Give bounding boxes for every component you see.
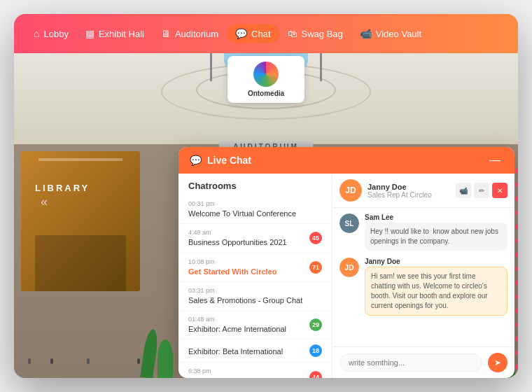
message-bubble: Hey !! would like to know about new jobs… bbox=[365, 223, 507, 251]
decorative-dot bbox=[515, 266, 518, 272]
decorative-dot bbox=[515, 364, 518, 370]
decorative-dot bbox=[515, 238, 518, 244]
decorative-dot bbox=[515, 308, 518, 314]
message-avatar: JD bbox=[340, 258, 359, 277]
decorative-dot bbox=[515, 350, 518, 356]
send-button[interactable]: ➤ bbox=[488, 353, 507, 372]
company-sign: Ontomedia bbox=[227, 56, 304, 103]
nav-item-chat[interactable]: 💬 Chat bbox=[227, 24, 279, 43]
nav-label-exhibit: Exhibit Hall bbox=[99, 29, 144, 39]
decorative-dot bbox=[515, 280, 518, 286]
decorative-dot bbox=[515, 252, 518, 258]
chat-header-icon: 💬 bbox=[190, 155, 202, 166]
nav-item-auditorium[interactable]: 🖥 Auditorium bbox=[153, 24, 227, 43]
chat-body: Chatrooms 00:31 pm Welcome To Virtual Co… bbox=[178, 174, 514, 378]
company-name: Ontomedia bbox=[239, 90, 293, 97]
home-icon: ⌂ bbox=[34, 28, 39, 39]
decorative-dot bbox=[515, 168, 518, 174]
unread-badge: 44 bbox=[309, 371, 322, 378]
company-logo bbox=[253, 62, 279, 87]
message-bubble-highlight: Hi sam! we see this your first time chat… bbox=[365, 267, 507, 316]
chatroom-item[interactable]: Exhibitor: Beta International 18 bbox=[178, 340, 332, 363]
message-item: JD Janny Doe Hi sam! we see this your fi… bbox=[340, 258, 507, 316]
unread-badge: 18 bbox=[309, 344, 322, 357]
library-label: LIBRARY bbox=[35, 183, 90, 193]
chat-modal-header: 💬 Live Chat — bbox=[178, 147, 514, 174]
chatrooms-title: Chatrooms bbox=[178, 174, 332, 195]
chatroom-item[interactable]: 6:38 pm Helpdesk 44 bbox=[178, 363, 332, 378]
monitor-icon: ▦ bbox=[85, 28, 94, 39]
nav-label-lobby: Lobby bbox=[43, 29, 68, 39]
chatroom-item[interactable]: 01:48 am Exhibitor: Acme International 2… bbox=[178, 311, 332, 340]
video-call-button[interactable]: 📹 bbox=[456, 183, 471, 198]
nav-label-auditorium: Auditorium bbox=[175, 29, 218, 39]
nav-item-lobby[interactable]: ⌂ Lobby bbox=[25, 24, 77, 43]
nav-label-swag: Swag Bag bbox=[302, 29, 343, 39]
message-item: SL Sam Lee Hey !! would like to know abo… bbox=[340, 214, 507, 251]
message-input[interactable] bbox=[340, 354, 482, 372]
app-window: LIBRARY « bbox=[14, 14, 518, 378]
decorative-dot bbox=[515, 182, 518, 188]
contact-header: JD Janny Doe Sales Rep At Circleo 📹 ✏ ✕ bbox=[332, 174, 514, 208]
nav-label-chat: Chat bbox=[251, 29, 270, 39]
close-chat-button[interactable]: ✕ bbox=[492, 183, 507, 198]
nav-item-swag[interactable]: 🛍 Swag Bag bbox=[279, 24, 351, 43]
chatroom-item[interactable]: 03:31 pm Sales & Promotions - Group Chat bbox=[178, 282, 332, 311]
unread-badge: 29 bbox=[309, 318, 322, 331]
chatroom-item[interactable]: 4:48 am Business Opportunities 2021 45 bbox=[178, 224, 332, 253]
chat-title: 💬 Live Chat bbox=[190, 155, 251, 166]
decorative-dot bbox=[515, 336, 518, 342]
unread-badge: 71 bbox=[309, 261, 322, 274]
bag-icon: 🛍 bbox=[288, 28, 298, 39]
chatroom-item-active[interactable]: 10:08 pm Get Started With Circleo 71 bbox=[178, 253, 332, 282]
messages-panel: JD Janny Doe Sales Rep At Circleo 📹 ✏ ✕ bbox=[332, 174, 514, 378]
contact-avatar: JD bbox=[340, 179, 362, 202]
screen-icon: 🖥 bbox=[161, 28, 171, 39]
decorative-dot bbox=[515, 210, 518, 216]
nav-item-exhibit[interactable]: ▦ Exhibit Hall bbox=[77, 24, 153, 43]
chat-title-text: Live Chat bbox=[207, 155, 251, 166]
decorative-dot bbox=[515, 224, 518, 230]
nav-label-vault: Video Vault bbox=[376, 29, 421, 39]
nav-item-vault[interactable]: 📹 Video Vault bbox=[351, 24, 430, 43]
decorative-dot bbox=[515, 196, 518, 202]
edit-button[interactable]: ✏ bbox=[474, 183, 489, 198]
decorative-dot bbox=[515, 294, 518, 300]
chatrooms-panel: Chatrooms 00:31 pm Welcome To Virtual Co… bbox=[178, 174, 332, 378]
contact-role: Sales Rep At Circleo bbox=[368, 191, 432, 199]
message-sender: Janny Doe bbox=[365, 258, 507, 265]
chatroom-item[interactable]: 00:31 pm Welcome To Virtual Conference bbox=[178, 195, 332, 224]
contact-name: Janny Doe bbox=[368, 183, 432, 191]
chat-icon: 💬 bbox=[235, 28, 247, 39]
unread-badge: 45 bbox=[309, 232, 322, 244]
message-input-area: ➤ bbox=[332, 346, 514, 378]
messages-list: SL Sam Lee Hey !! would like to know abo… bbox=[332, 208, 514, 346]
video-icon: 📹 bbox=[360, 28, 372, 39]
minimize-button[interactable]: — bbox=[486, 154, 503, 167]
navigation-bar: ⌂ Lobby ▦ Exhibit Hall 🖥 Auditorium 💬 Ch… bbox=[14, 14, 518, 53]
message-sender: Sam Lee bbox=[365, 214, 507, 221]
decorative-dot bbox=[515, 322, 518, 328]
message-avatar: SL bbox=[340, 214, 359, 233]
chat-modal: 💬 Live Chat — Chatrooms 00:31 pm Welcome… bbox=[178, 147, 514, 378]
